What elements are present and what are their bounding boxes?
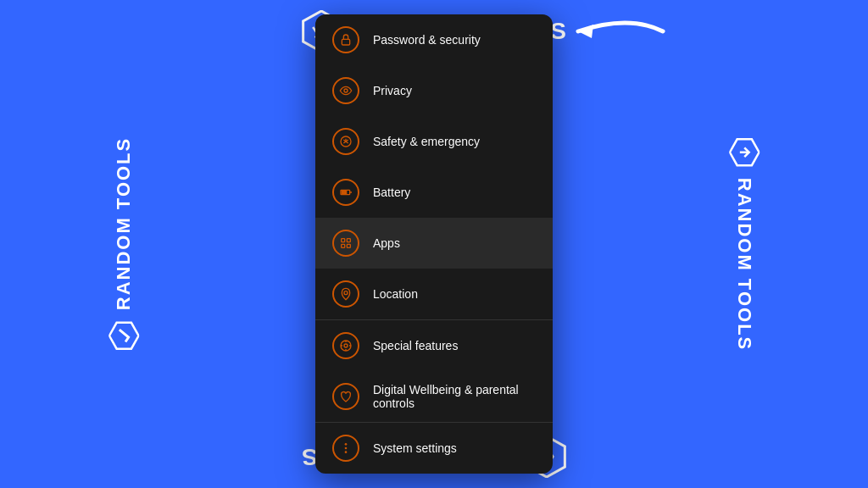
password-security-label: Password & security: [373, 33, 481, 47]
right-brand-text: RANDOM TOOLS: [733, 178, 755, 351]
safety-label: Safety & emergency: [373, 135, 480, 148]
system-settings-icon: [332, 435, 359, 462]
location-label: Location: [373, 287, 418, 301]
svg-rect-9: [342, 39, 349, 45]
right-hex-icon: [729, 137, 760, 168]
special-features-icon: [332, 332, 359, 359]
settings-item-privacy[interactable]: Privacy: [315, 65, 553, 116]
watermark-left: RANDOM TOOLS: [108, 137, 139, 351]
left-brand-text: RANDOM TOOLS: [113, 137, 135, 310]
battery-label: Battery: [373, 186, 410, 199]
svg-point-31: [345, 451, 348, 453]
apps-icon: [332, 230, 359, 257]
settings-item-safety[interactable]: Safety & emergency: [315, 116, 553, 167]
svg-point-29: [345, 443, 348, 446]
svg-point-22: [344, 291, 348, 295]
svg-rect-19: [347, 239, 350, 242]
left-hex-icon: [108, 320, 139, 351]
svg-rect-18: [342, 239, 345, 242]
settings-list: Password & security Privacy: [315, 14, 553, 474]
svg-point-30: [345, 447, 348, 450]
settings-item-apps[interactable]: Apps: [315, 218, 553, 269]
svg-marker-32: [578, 25, 593, 38]
settings-item-password-security[interactable]: Password & security: [315, 14, 553, 65]
lock-icon: [332, 26, 359, 53]
special-features-label: Special features: [373, 339, 458, 352]
settings-item-battery[interactable]: Battery: [315, 167, 553, 218]
location-icon: [332, 280, 359, 308]
settings-item-digital-wellbeing[interactable]: Digital Wellbeing & parental controls: [315, 371, 553, 423]
svg-rect-17: [342, 191, 346, 194]
svg-rect-20: [342, 244, 345, 247]
arrow-indicator: [561, 6, 671, 57]
settings-item-special-features[interactable]: Special features: [315, 320, 553, 371]
digital-wellbeing-icon: [332, 383, 359, 410]
privacy-icon: [332, 77, 359, 104]
settings-item-system[interactable]: System settings: [315, 423, 553, 474]
svg-rect-21: [347, 244, 350, 247]
safety-icon: [332, 128, 359, 155]
settings-panel: Password & security Privacy: [315, 14, 553, 474]
svg-marker-6: [109, 323, 139, 349]
watermark-right: RANDOM TOOLS: [729, 137, 760, 351]
digital-wellbeing-label: Digital Wellbeing & parental controls: [373, 383, 536, 410]
svg-point-24: [344, 344, 348, 347]
privacy-label: Privacy: [373, 84, 412, 97]
settings-item-location[interactable]: Location: [315, 269, 553, 320]
svg-point-10: [344, 89, 348, 92]
system-settings-label: System settings: [373, 441, 457, 455]
battery-icon: [332, 179, 359, 206]
apps-label: Apps: [373, 236, 400, 250]
